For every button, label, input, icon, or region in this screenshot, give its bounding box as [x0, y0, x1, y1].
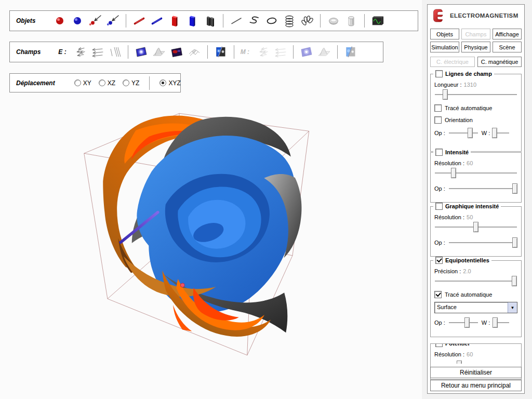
- charged-ring-icon[interactable]: [326, 14, 341, 28]
- radio-label: XYZ: [168, 79, 180, 87]
- m-potential-slice-icon[interactable]: [343, 45, 358, 59]
- radio-label: YZ: [131, 79, 139, 87]
- slider-track[interactable]: [435, 281, 517, 282]
- intensity-title: Intensité: [445, 149, 469, 155]
- current-loop-icon[interactable]: [264, 14, 280, 28]
- e-thin-lines-icon[interactable]: [107, 45, 123, 59]
- reset-button[interactable]: Réinitialiser: [430, 367, 522, 378]
- slider-track[interactable]: [449, 242, 517, 244]
- width-slider[interactable]: [493, 128, 510, 138]
- solenoid-icon[interactable]: [282, 14, 297, 28]
- e-potential-relief-icon[interactable]: [151, 45, 167, 59]
- control-sidebar: ELECTROMAGNETISM ObjetsChampsAffichage S…: [427, 4, 525, 394]
- auto-trace-checkbox[interactable]: [434, 104, 442, 112]
- slider-track[interactable]: [449, 188, 517, 190]
- app-header: ELECTROMAGNETISM: [433, 8, 518, 23]
- point-charge[interactable]: [180, 283, 184, 287]
- negative-rod-icon[interactable]: [149, 14, 165, 28]
- curved-wire-icon[interactable]: [246, 14, 262, 28]
- resolution-slider[interactable]: [434, 361, 517, 364]
- nav-button-affichage[interactable]: Affichage: [493, 29, 522, 39]
- slider-thumb[interactable]: [464, 317, 470, 328]
- intensity-checkbox[interactable]: [435, 149, 443, 156]
- equipotentials-checkbox[interactable]: [435, 257, 443, 264]
- straight-wire-icon[interactable]: [229, 14, 244, 28]
- surface-mode-value: Surface: [435, 302, 508, 313]
- radio-icon[interactable]: [99, 79, 105, 86]
- potential-checkbox[interactable]: [435, 343, 443, 347]
- slider-thumb[interactable]: [443, 89, 448, 100]
- nav-button-c-magnetique[interactable]: C. magnétique: [477, 57, 522, 67]
- nav-button-scene[interactable]: Scène: [493, 42, 522, 52]
- opacity-slider[interactable]: [448, 128, 478, 138]
- slider-thumb[interactable]: [512, 183, 517, 194]
- length-slider[interactable]: [434, 89, 517, 100]
- radio-icon[interactable]: [74, 79, 81, 86]
- moving-negative-charge-icon[interactable]: [105, 14, 121, 28]
- negative-plate-icon[interactable]: [184, 14, 200, 28]
- displacement-option-yz[interactable]: YZ: [123, 79, 139, 87]
- slider-thumb[interactable]: [457, 361, 462, 364]
- positive-charge-icon[interactable]: [52, 14, 68, 28]
- e-potential-plane-icon[interactable]: [134, 45, 149, 59]
- e-field-vectors-icon[interactable]: [72, 45, 87, 59]
- slider-track[interactable]: [435, 172, 517, 174]
- field-lines-checkbox[interactable]: [435, 70, 443, 77]
- m-potential-relief-icon[interactable]: [316, 45, 332, 59]
- slider-thumb[interactable]: [492, 128, 497, 138]
- orientation-checkbox[interactable]: [434, 116, 442, 124]
- toolbar-separator: [364, 14, 365, 28]
- radio-icon[interactable]: [159, 79, 166, 86]
- e-potential-slice-icon[interactable]: [213, 45, 229, 59]
- radio-icon[interactable]: [123, 79, 129, 86]
- oscilloscope-icon[interactable]: [370, 14, 385, 28]
- slider-track[interactable]: [449, 132, 478, 134]
- intensity-graph-title: Graphique intensité: [445, 203, 499, 209]
- precision-slider[interactable]: [434, 276, 517, 286]
- slider-thumb[interactable]: [493, 317, 498, 328]
- slider-thumb[interactable]: [512, 276, 517, 286]
- resolution-value: 60: [467, 351, 473, 357]
- width-slider[interactable]: [493, 317, 510, 328]
- slider-thumb[interactable]: [512, 237, 517, 248]
- e-intensity-relief-icon[interactable]: [187, 45, 202, 59]
- surface-mode-dropdown[interactable]: Surface ▼: [434, 302, 517, 313]
- charged-cylinder-icon[interactable]: [343, 14, 359, 28]
- toolbar-separator: [223, 14, 223, 28]
- nav-button-simulation[interactable]: Simulation: [430, 42, 459, 52]
- auto-trace-label: Tracé automatique: [445, 291, 492, 298]
- displacement-option-xyz[interactable]: XYZ: [159, 79, 180, 87]
- opacity-label: Op :: [434, 240, 445, 246]
- e-field-lines-icon[interactable]: [89, 45, 105, 59]
- positive-plate-icon[interactable]: [167, 14, 182, 28]
- nav-button-objets[interactable]: Objets: [430, 29, 459, 39]
- resolution-slider[interactable]: [434, 168, 517, 178]
- opacity-slider[interactable]: [448, 183, 517, 194]
- displacement-option-xz[interactable]: XZ: [99, 79, 115, 87]
- m-field-lines-icon[interactable]: [272, 45, 288, 59]
- moving-positive-charge-icon[interactable]: [87, 14, 103, 28]
- intensity-graph-checkbox[interactable]: [435, 203, 443, 210]
- displacement-option-xy[interactable]: XY: [74, 79, 91, 87]
- m-potential-plane-icon[interactable]: [299, 45, 314, 59]
- positive-rod-icon[interactable]: [131, 14, 147, 28]
- toroid-icon[interactable]: [299, 14, 315, 28]
- capacitor-icon[interactable]: [202, 14, 218, 28]
- nav-button-physique[interactable]: Physique: [461, 42, 490, 52]
- opacity-slider[interactable]: [448, 317, 478, 328]
- e-intensity-plane-icon[interactable]: [169, 45, 184, 59]
- negative-charge-icon[interactable]: [70, 14, 85, 28]
- auto-trace-checkbox[interactable]: [434, 291, 442, 298]
- orientation-label: Orientation: [445, 117, 473, 123]
- slider-track[interactable]: [449, 322, 478, 324]
- resolution-slider[interactable]: [434, 222, 517, 232]
- slider-thumb[interactable]: [473, 222, 478, 232]
- opacity-slider[interactable]: [448, 237, 517, 248]
- chevron-down-icon[interactable]: ▼: [508, 302, 517, 313]
- m-field-vectors-icon[interactable]: [255, 45, 270, 59]
- back-to-main-menu-button[interactable]: Retour au menu principal: [430, 380, 522, 391]
- field-type-label: E :: [58, 48, 66, 56]
- resolution-label: Résolution :: [434, 351, 464, 357]
- slider-thumb[interactable]: [468, 128, 473, 138]
- slider-thumb[interactable]: [451, 168, 456, 178]
